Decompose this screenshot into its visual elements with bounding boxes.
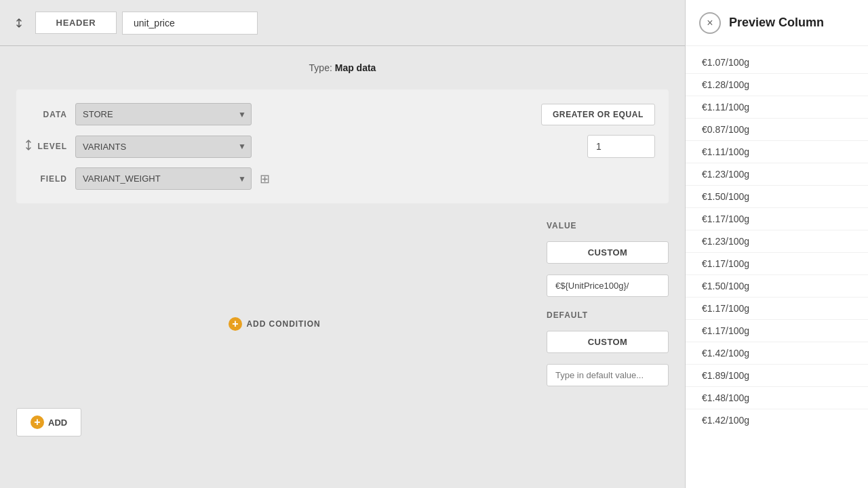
formula-input[interactable] — [547, 274, 669, 297]
header-bar: HEADER unit_price — [0, 0, 685, 46]
bottom-left: + ADD CONDITION — [16, 221, 533, 386]
preview-item: €1.50/100g — [686, 275, 868, 298]
field-label: FIELD — [30, 174, 67, 184]
data-select[interactable]: STORE — [75, 103, 252, 125]
preview-item: €1.17/100g — [686, 298, 868, 320]
sort-icon[interactable] — [8, 12, 30, 34]
preview-item: €1.23/100g — [686, 163, 868, 186]
add-button-wrapper: + ADD — [16, 408, 669, 436]
add-button-label: ADD — [48, 418, 67, 428]
main-area: HEADER unit_price Type: Map data DATA ST… — [0, 0, 685, 488]
type-row: Type: Map data — [16, 62, 669, 73]
header-value-field: unit_price — [122, 12, 258, 35]
add-condition-icon: + — [229, 317, 242, 331]
header-label-tag: HEADER — [35, 12, 117, 34]
bottom-right: VALUE CUSTOM DEFAULT CUSTOM — [547, 221, 669, 386]
preview-item: €1.50/100g — [686, 186, 868, 208]
level-row: LEVEL VARIANTS ▼ — [30, 135, 655, 158]
data-row: DATA STORE ▼ GREATER OR EQUAL — [30, 103, 655, 125]
greater-equal-button[interactable]: GREATER OR EQUAL — [541, 104, 655, 125]
add-condition-button[interactable]: + ADD CONDITION — [229, 310, 320, 338]
default-value-input[interactable] — [547, 364, 669, 386]
preview-item: €1.17/100g — [686, 253, 868, 275]
close-icon: × — [707, 17, 713, 29]
preview-item: €1.23/100g — [686, 230, 868, 253]
preview-item: €1.17/100g — [686, 320, 868, 342]
level-select-wrapper: VARIANTS ▼ — [75, 136, 252, 158]
add-condition-label: ADD CONDITION — [246, 319, 320, 329]
preview-item: €1.89/100g — [686, 365, 868, 387]
add-button-icon: + — [31, 415, 44, 429]
default-label: DEFAULT — [547, 310, 669, 320]
preview-item: €1.42/100g — [686, 409, 868, 431]
mapping-card: DATA STORE ▼ GREATER OR EQUAL LEVEL VARI… — [16, 89, 669, 203]
add-button[interactable]: + ADD — [16, 408, 81, 436]
card-sort-icon[interactable] — [23, 138, 34, 155]
field-select-wrapper: VARIANT_WEIGHT ▼ — [75, 167, 252, 190]
condition-value-input[interactable] — [587, 135, 655, 158]
preview-item: €1.07/100g — [686, 52, 868, 74]
preview-item: €1.28/100g — [686, 74, 868, 96]
preview-item: €1.42/100g — [686, 342, 868, 365]
type-value: Map data — [335, 62, 376, 73]
grid-icon[interactable]: ⊞ — [260, 171, 270, 186]
type-prefix: Type: — [309, 62, 332, 73]
preview-item: €1.48/100g — [686, 387, 868, 409]
value-custom-button[interactable]: CUSTOM — [547, 241, 669, 264]
preview-list: €1.07/100g€1.28/100g€1.11/100g€0.87/100g… — [686, 46, 868, 488]
field-row: FIELD VARIANT_WEIGHT ▼ ⊞ — [30, 167, 655, 190]
level-select[interactable]: VARIANTS — [75, 136, 252, 158]
level-label: LEVEL — [30, 142, 67, 151]
value-label: VALUE — [547, 221, 669, 230]
bottom-section: + ADD CONDITION VALUE CUSTOM DEFAULT CUS… — [16, 221, 669, 386]
preview-item: €0.87/100g — [686, 119, 868, 141]
data-select-wrapper: STORE ▼ — [75, 103, 252, 125]
preview-title: Preview Column — [729, 16, 824, 30]
preview-item: €1.11/100g — [686, 96, 868, 119]
field-select[interactable]: VARIANT_WEIGHT — [75, 167, 252, 190]
preview-item: €1.17/100g — [686, 208, 868, 230]
preview-panel: × Preview Column €1.07/100g€1.28/100g€1.… — [685, 0, 868, 488]
preview-item: €1.11/100g — [686, 141, 868, 163]
preview-header: × Preview Column — [686, 0, 868, 46]
close-preview-button[interactable]: × — [699, 12, 721, 34]
default-custom-button[interactable]: CUSTOM — [547, 331, 669, 353]
content-area: Type: Map data DATA STORE ▼ GREAT — [0, 46, 685, 488]
data-label: DATA — [30, 110, 67, 119]
